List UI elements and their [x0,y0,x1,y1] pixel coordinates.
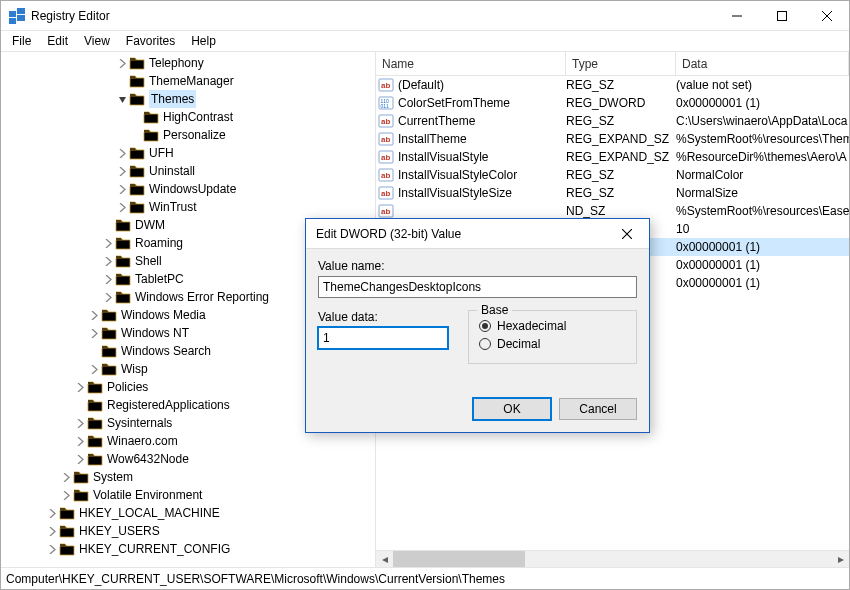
value-data-field[interactable] [318,327,448,349]
folder-icon [129,145,145,161]
tree-item-label: Sysinternals [107,414,172,432]
tree-item-label: WindowsUpdate [149,180,236,198]
menu-view[interactable]: View [77,32,117,50]
menu-help[interactable]: Help [184,32,223,50]
col-data[interactable]: Data [676,52,849,75]
value-name: InstallVisualStyle [396,150,566,164]
dialog-buttons: OK Cancel [306,398,649,432]
chevron-right-icon[interactable] [73,437,87,446]
menu-edit[interactable]: Edit [40,32,75,50]
tree-item[interactable]: WinTrust [3,198,375,216]
chevron-right-icon[interactable] [115,203,129,212]
tree-item[interactable]: Personalize [3,126,375,144]
chevron-right-icon[interactable] [101,257,115,266]
chevron-down-icon[interactable] [115,95,129,104]
chevron-right-icon[interactable] [115,59,129,68]
close-button[interactable] [804,1,849,30]
tree-item[interactable]: HighContrast [3,108,375,126]
titlebar[interactable]: Registry Editor [1,1,849,31]
chevron-right-icon[interactable] [59,491,73,500]
tree-item[interactable]: Volatile Environment [3,486,375,504]
reg-binary-icon [376,95,396,111]
tree-item[interactable]: HKEY_LOCAL_MACHINE [3,504,375,522]
list-row[interactable]: InstallVisualStyleSizeREG_SZNormalSize [376,184,849,202]
col-type[interactable]: Type [566,52,676,75]
chevron-right-icon[interactable] [87,311,101,320]
list-row[interactable]: ColorSetFromThemeREG_DWORD0x00000001 (1) [376,94,849,112]
tree-item[interactable]: System [3,468,375,486]
chevron-right-icon[interactable] [45,527,59,536]
folder-icon [87,451,103,467]
dialog-close-button[interactable] [607,220,647,248]
chevron-right-icon[interactable] [101,275,115,284]
list-row[interactable]: InstallThemeREG_EXPAND_SZ%SystemRoot%\re… [376,130,849,148]
folder-icon [143,127,159,143]
radio-dec[interactable]: Decimal [479,337,626,351]
minimize-button[interactable] [714,1,759,30]
chevron-right-icon[interactable] [115,149,129,158]
tree-item[interactable]: Telephony [3,54,375,72]
tree-item[interactable]: HKEY_USERS [3,522,375,540]
tree-item[interactable]: Wow6432Node [3,450,375,468]
tree-item-label: Personalize [163,126,226,144]
menu-file[interactable]: File [5,32,38,50]
list-row[interactable]: (Default)REG_SZ(value not set) [376,76,849,94]
reg-string-icon [376,131,396,147]
scroll-right-icon[interactable]: ▸ [832,551,849,567]
tree-item-label: RegisteredApplications [107,396,230,414]
hscrollbar[interactable]: ◂ ▸ [376,550,849,567]
base-group: Base Hexadecimal Decimal [468,310,637,364]
tree-item[interactable]: Winaero.com [3,432,375,450]
radio-hex[interactable]: Hexadecimal [479,319,626,333]
folder-icon [59,541,75,557]
folder-icon [129,55,145,71]
cancel-button[interactable]: Cancel [559,398,637,420]
chevron-right-icon[interactable] [73,419,87,428]
value-name-field[interactable] [318,276,637,298]
tree-item[interactable]: ThemeManager [3,72,375,90]
value-data: (value not set) [676,78,849,92]
value-name: (Default) [396,78,566,92]
tree-item-label: Windows Media [121,306,206,324]
value-data: 0x00000001 (1) [676,276,849,290]
dialog-titlebar[interactable]: Edit DWORD (32-bit) Value [306,219,649,249]
folder-icon [59,523,75,539]
value-name: InstallVisualStyleColor [396,168,566,182]
tree-item[interactable]: WindowsUpdate [3,180,375,198]
chevron-right-icon[interactable] [45,545,59,554]
list-row[interactable]: InstallVisualStyleREG_EXPAND_SZ%Resource… [376,148,849,166]
col-name[interactable]: Name [376,52,566,75]
chevron-right-icon[interactable] [45,509,59,518]
chevron-right-icon[interactable] [101,293,115,302]
chevron-right-icon[interactable] [59,473,73,482]
list-row[interactable]: CurrentThemeREG_SZC:\Users\winaero\AppDa… [376,112,849,130]
scroll-thumb[interactable] [393,551,525,567]
chevron-right-icon[interactable] [73,455,87,464]
scroll-track[interactable] [393,551,832,567]
value-type: REG_DWORD [566,96,676,110]
tree-item-label: HKEY_CURRENT_CONFIG [79,540,230,558]
chevron-right-icon[interactable] [101,239,115,248]
value-name: InstallVisualStyleSize [396,186,566,200]
chevron-right-icon[interactable] [73,383,87,392]
value-data-label: Value data: [318,310,448,324]
folder-icon [87,415,103,431]
tree-item-label: DWM [135,216,165,234]
chevron-right-icon[interactable] [115,185,129,194]
chevron-right-icon[interactable] [115,167,129,176]
ok-button[interactable]: OK [473,398,551,420]
maximize-button[interactable] [759,1,804,30]
tree-item[interactable]: Themes [3,90,375,108]
tree-item[interactable]: Uninstall [3,162,375,180]
scroll-left-icon[interactable]: ◂ [376,551,393,567]
list-header[interactable]: Name Type Data [376,52,849,76]
chevron-right-icon[interactable] [87,365,101,374]
tree-item[interactable]: UFH [3,144,375,162]
value-type: REG_EXPAND_SZ [566,132,676,146]
tree-item-label: HKEY_USERS [79,522,160,540]
reg-string-icon [376,149,396,165]
tree-item[interactable]: HKEY_CURRENT_CONFIG [3,540,375,558]
list-row[interactable]: InstallVisualStyleColorREG_SZNormalColor [376,166,849,184]
chevron-right-icon[interactable] [87,329,101,338]
menu-favorites[interactable]: Favorites [119,32,182,50]
